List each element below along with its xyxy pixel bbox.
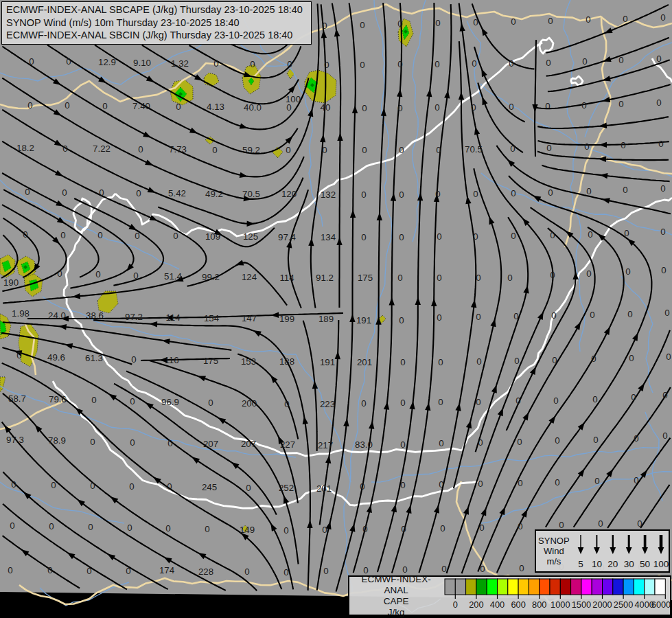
value-label: 0 (473, 17, 478, 27)
wind-arrow-head-icon (642, 547, 648, 554)
value-label: 0 (322, 145, 327, 155)
value-label: 0 (402, 564, 407, 575)
value-label: 228 (198, 566, 213, 577)
value-label: 0 (662, 390, 667, 400)
cape-scale-label: 1000 (551, 599, 570, 610)
value-label: 0 (97, 230, 102, 240)
value-label: 0 (129, 481, 134, 492)
wind-speed-label: 30 (623, 559, 634, 569)
value-label: 0 (625, 266, 630, 277)
value-label: 0 (244, 566, 249, 577)
value-label: 124 (242, 272, 257, 282)
value-label: 0 (479, 523, 484, 533)
cape-scale-label: 2500 (614, 599, 633, 610)
value-label: 0 (440, 523, 445, 534)
value-label: 0 (360, 60, 364, 70)
cape-scale-label: 1500 (572, 599, 591, 610)
value-label: 201 (316, 483, 332, 494)
value-label: 0 (438, 357, 443, 367)
cape-scale-label: 6000 (651, 599, 670, 610)
wind-arrow-head-icon (626, 547, 632, 554)
value-label: 175 (358, 273, 373, 283)
value-label: 0 (662, 431, 667, 441)
value-label: 0 (399, 145, 404, 155)
value-label: 0 (287, 59, 292, 69)
value-label: 0 (472, 58, 476, 69)
value-label: 191 (356, 315, 371, 325)
wind-speed-label: 50 (640, 559, 650, 569)
value-label: 0 (618, 55, 623, 65)
value-label: 0 (62, 187, 67, 198)
value-label: 38.6 (86, 310, 104, 321)
value-label: 0 (591, 354, 596, 364)
value-label: 0 (284, 399, 289, 409)
value-label: 7.73 (169, 144, 187, 154)
value-label: 0 (362, 103, 367, 113)
value-label: 153 (241, 356, 256, 367)
cape-scale-label: 400 (490, 599, 505, 610)
value-label: 0 (582, 56, 587, 67)
value-label: 97.2 (125, 312, 143, 322)
value-label: 0 (550, 270, 555, 280)
value-label: 125 (243, 231, 258, 242)
wind-arrow-head-icon (610, 547, 616, 554)
value-label: 0 (62, 144, 67, 154)
value-label: 58.7 (8, 393, 26, 404)
value-label: 0 (545, 101, 550, 111)
wind-speed-label: 100 (653, 559, 669, 569)
cape-scale-cell (476, 579, 487, 595)
value-label: 199 (279, 314, 294, 324)
value-label: 217 (318, 440, 333, 450)
value-label: 0 (555, 477, 559, 488)
value-label: 0 (322, 21, 327, 31)
cape-scale-label: 2000 (593, 599, 612, 610)
title-line-sbcin: ECMWF-INDEX-ANAL SBCIN (J/kg) Thursday 2… (6, 29, 307, 42)
value-label: 0 (441, 564, 446, 574)
value-label: 0 (559, 520, 564, 530)
wind-arrow-head-icon (594, 547, 600, 554)
value-label: 0 (25, 187, 30, 197)
value-label: 109 (205, 231, 220, 242)
title-line-sbcape: ECMWF-INDEX-ANAL SBCAPE (J/kg) Thursday … (6, 3, 307, 16)
value-label: 0 (397, 19, 402, 29)
value-label: 0 (656, 98, 661, 108)
wind-legend: SYNOP Wind m/s 510203050100 (535, 529, 670, 573)
value-label: 0 (60, 230, 65, 240)
value-label: 0 (476, 312, 480, 322)
value-label: 0 (581, 100, 586, 111)
value-label: 252 (279, 483, 294, 493)
value-label: 0 (519, 563, 524, 573)
value-label: 0 (323, 566, 328, 576)
value-label: 83.0 (355, 439, 373, 450)
cape-scale-cell (529, 579, 540, 595)
value-label: 0 (65, 100, 69, 111)
value-label: 0 (212, 145, 217, 155)
value-label: 49.2 (205, 189, 223, 199)
value-label: 0 (592, 394, 597, 404)
value-label: 0 (135, 231, 139, 241)
value-label: 0 (631, 392, 636, 402)
cape-scale-cell (603, 579, 613, 595)
value-label: 0 (586, 14, 590, 25)
cape-legend-title: ECMWF-INDEX-ANAL CAPE J/kg (349, 574, 443, 618)
value-label: 154 (204, 313, 219, 323)
value-label: 0 (666, 352, 671, 362)
value-label: 0 (513, 311, 518, 321)
cape-legend: ECMWF-INDEX-ANAL CAPE J/kg 0200400600800… (348, 575, 671, 616)
value-label: 0 (397, 273, 402, 283)
value-label: 0 (324, 60, 329, 70)
value-label: 0 (173, 231, 178, 241)
value-label: 24.0 (48, 310, 66, 321)
value-label: 0 (627, 309, 632, 319)
title-line-wind: SYNOP Wind (m/s) 10m Thursday 23-10-2025… (6, 16, 307, 30)
value-label: 245 (202, 482, 217, 492)
value-label: 0 (136, 188, 141, 198)
value-label: 0 (586, 268, 591, 279)
value-label: 0 (167, 438, 172, 448)
value-label: 0 (401, 524, 406, 534)
value-label: 0 (473, 231, 478, 242)
value-label: 0 (593, 435, 598, 445)
value-label: 1.32 (171, 58, 189, 69)
value-label: 5.42 (168, 188, 186, 198)
cape-scale-cell (581, 579, 592, 595)
